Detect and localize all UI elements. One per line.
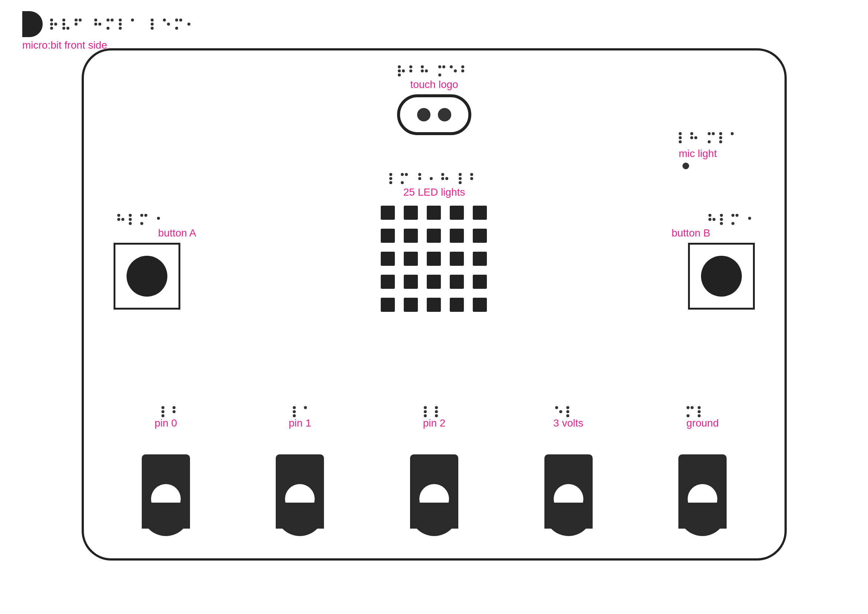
volts-connector <box>544 432 593 536</box>
ground-item: ground <box>678 417 727 536</box>
volts-base <box>544 502 593 536</box>
led-12 <box>404 252 418 266</box>
led-22 <box>404 298 418 312</box>
pin0-connector <box>142 432 190 536</box>
pin1-item: pin 1 <box>276 417 324 536</box>
pin0-base <box>142 502 190 536</box>
pin1-base <box>276 502 324 536</box>
touch-logo-label: touch logo <box>410 79 458 91</box>
led-18 <box>427 275 441 289</box>
led-19 <box>450 275 464 289</box>
microbit-board: touch logo mic light <box>82 48 787 561</box>
led-17 <box>404 275 418 289</box>
mic-light-label: mic light <box>679 148 717 160</box>
led-13 <box>427 252 441 266</box>
led-label: 25 LED lights <box>403 186 465 198</box>
button-b-label: button B <box>672 227 710 239</box>
d-shape-icon <box>22 11 43 37</box>
led-14 <box>450 252 464 266</box>
bottom-braille-row <box>84 406 784 417</box>
led-section: 25 LED lights <box>381 173 488 313</box>
pin0-label: pin 0 <box>154 417 177 429</box>
header-area: micro:bit front side <box>22 11 197 51</box>
led-11 <box>381 252 395 266</box>
mic-dot <box>682 163 689 169</box>
led-23 <box>427 298 441 312</box>
led-6 <box>381 229 395 243</box>
pin1-connector <box>276 432 324 536</box>
led-4 <box>450 206 464 220</box>
button-a-circle <box>127 256 167 297</box>
led-24 <box>450 298 464 312</box>
ground-connector <box>678 432 727 536</box>
pin2-base <box>410 502 458 536</box>
braille-logo <box>22 11 197 37</box>
led-15 <box>473 252 487 266</box>
led-3 <box>427 206 441 220</box>
pins-section: pin 0 pin 1 pin 2 <box>84 417 784 558</box>
button-b-circle <box>701 256 742 297</box>
ground-label: ground <box>687 417 719 429</box>
led-8 <box>427 229 441 243</box>
led-7 <box>404 229 418 243</box>
volts-label: 3 volts <box>553 417 583 429</box>
pin2-item: pin 2 <box>410 417 458 536</box>
led-2 <box>404 206 418 220</box>
touch-hole-left <box>417 108 431 121</box>
led-16 <box>381 275 395 289</box>
led-10 <box>473 229 487 243</box>
button-b-component[interactable] <box>688 243 755 310</box>
led-9 <box>450 229 464 243</box>
led-grid <box>381 206 488 313</box>
touch-logo-section: touch logo <box>397 65 471 135</box>
volts-item: 3 volts <box>544 417 593 536</box>
led-5 <box>473 206 487 220</box>
pin2-label: pin 2 <box>423 417 446 429</box>
button-a-section: button A <box>113 214 196 310</box>
led-25 <box>473 298 487 312</box>
button-a-component[interactable] <box>113 243 180 310</box>
ground-base <box>678 502 727 536</box>
led-20 <box>473 275 487 289</box>
mic-light-section: mic light <box>679 132 740 169</box>
button-b-section: button B <box>672 214 755 310</box>
pin1-label: pin 1 <box>289 417 312 429</box>
pin0-item: pin 0 <box>142 417 190 536</box>
pin2-connector <box>410 432 458 536</box>
touch-hole-right <box>438 108 451 121</box>
led-21 <box>381 298 395 312</box>
led-1 <box>381 206 395 220</box>
touch-logo-component <box>397 94 471 135</box>
button-a-label: button A <box>158 227 196 239</box>
